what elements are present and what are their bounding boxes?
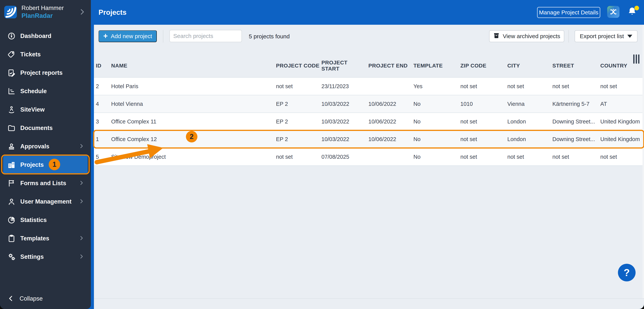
column-header-id[interactable]: ID bbox=[94, 54, 109, 77]
help-button[interactable]: ? bbox=[618, 264, 636, 282]
cell-project-start: 23/11/2023 bbox=[320, 78, 366, 95]
column-header-name[interactable]: NAME bbox=[109, 54, 274, 77]
cell-street: not set bbox=[550, 148, 598, 166]
cell-street: not set bbox=[550, 78, 598, 95]
sidebar-item-label: Approvals bbox=[20, 143, 50, 150]
column-header-template[interactable]: TEMPLATE bbox=[412, 54, 458, 77]
tag-icon bbox=[7, 50, 16, 59]
cell-zip-code: not set bbox=[458, 78, 506, 95]
sidebar-item-approvals[interactable]: Approvals bbox=[0, 137, 91, 156]
topbar: Projects Manage Project Details bbox=[91, 0, 644, 25]
projects-table: IDNAMEPROJECT CODEPROJECT STARTPROJECT E… bbox=[94, 54, 642, 166]
cell-name: Office Complex 12 bbox=[109, 130, 274, 148]
pie-icon bbox=[7, 216, 16, 224]
cell-street: Downing Street... bbox=[550, 130, 598, 148]
scrollbar-track[interactable] bbox=[642, 25, 644, 298]
search-projects-input[interactable] bbox=[170, 30, 242, 42]
cell-project-start: 10/03/2022 bbox=[320, 95, 366, 112]
account-switcher[interactable]: Robert Hammer PlanRadar bbox=[0, 0, 91, 25]
chevron-left-icon bbox=[8, 295, 14, 302]
chevron-right-icon bbox=[78, 180, 84, 186]
cell-id: 1 bbox=[94, 130, 109, 148]
table-row-hotel-paris[interactable]: 2Hotel Parisnot set23/11/2023Yesnot setn… bbox=[94, 77, 642, 95]
column-header-project-end[interactable]: PROJECT END bbox=[366, 54, 412, 77]
archive-box-icon bbox=[493, 32, 500, 40]
sidebar-item-templates[interactable]: Templates bbox=[0, 229, 91, 248]
collapse-button[interactable]: Collapse bbox=[0, 292, 91, 305]
app-window: Robert Hammer PlanRadar DashboardTickets… bbox=[0, 0, 644, 309]
cell-project-code: EP 2 bbox=[274, 113, 320, 130]
table-row-office-complex-12[interactable]: 1Office Complex 12EP 210/03/202210/06/20… bbox=[94, 130, 642, 148]
column-header-project-code[interactable]: PROJECT CODE bbox=[274, 54, 320, 77]
sidebar-item-tickets[interactable]: Tickets bbox=[0, 45, 91, 64]
cell-zip-code: not set bbox=[458, 113, 506, 130]
column-header-country[interactable]: COUNTRY bbox=[598, 54, 642, 77]
results-count: 5 projects found bbox=[249, 33, 290, 40]
gauge-icon bbox=[7, 32, 16, 40]
cell-id: 4 bbox=[94, 95, 109, 112]
notification-badge-dot bbox=[634, 6, 639, 10]
sidebar-item-label: Dashboard bbox=[20, 32, 51, 40]
search-projects-box bbox=[170, 30, 242, 42]
cell-project-end bbox=[366, 148, 412, 166]
chevron-right-icon bbox=[78, 254, 84, 260]
sidebar-menu: DashboardTicketsProject reportsScheduleS… bbox=[0, 27, 91, 266]
export-project-list-button[interactable]: Export project list bbox=[574, 30, 638, 42]
cell-city: not set bbox=[506, 78, 550, 95]
chevron-right-icon bbox=[78, 143, 84, 150]
cell-name: SiteView Demoproject bbox=[109, 148, 274, 166]
user-name: Robert Hammer bbox=[22, 4, 64, 12]
table-row-office-complex-11[interactable]: 3Office Complex 11EP 210/03/202210/06/20… bbox=[94, 112, 642, 130]
cell-project-end: 10/06/2022 bbox=[366, 130, 412, 148]
chevron-right-icon bbox=[78, 198, 84, 205]
sidebar-item-siteview[interactable]: SiteView bbox=[0, 100, 91, 119]
cell-country: AT bbox=[598, 95, 642, 112]
cell-name: Office Complex 11 bbox=[109, 113, 274, 130]
sidebar-item-label: Templates bbox=[20, 235, 49, 242]
cell-city: not set bbox=[506, 148, 550, 166]
sidebar-item-statistics[interactable]: Statistics bbox=[0, 211, 91, 229]
table-row-hotel-vienna[interactable]: 4Hotel ViennaEP 210/03/202210/06/2022No1… bbox=[94, 95, 642, 112]
sidebar-item-projects[interactable]: Projects bbox=[3, 156, 88, 174]
cell-template: No bbox=[412, 130, 458, 148]
table-header-row: IDNAMEPROJECT CODEPROJECT STARTPROJECT E… bbox=[94, 54, 642, 77]
sidebar-item-dashboard[interactable]: Dashboard bbox=[0, 27, 91, 45]
cell-name: Hotel Vienna bbox=[109, 95, 274, 112]
sidebar-item-forms-and-lists[interactable]: Forms and Lists bbox=[0, 174, 91, 192]
chevron-right-icon bbox=[78, 8, 86, 16]
sidebar-item-user-management[interactable]: User Management bbox=[0, 192, 91, 211]
cell-zip-code: not set bbox=[458, 130, 506, 148]
sidebar-item-label: Project reports bbox=[20, 70, 63, 76]
view-archived-projects-button[interactable]: View archived projects bbox=[489, 30, 564, 42]
cell-template: No bbox=[412, 113, 458, 130]
sidebar-item-project-reports[interactable]: Project reports bbox=[0, 64, 91, 82]
table-row-siteview-demoproject[interactable]: 5SiteView Demoprojectnot set07/08/2025No… bbox=[94, 148, 642, 166]
cell-project-end: 10/06/2022 bbox=[366, 95, 412, 112]
view-archived-label: View archived projects bbox=[503, 33, 560, 40]
sidebar-item-label: Settings bbox=[20, 254, 44, 260]
manage-project-details-button[interactable]: Manage Project Details bbox=[537, 7, 600, 18]
cell-city: London bbox=[506, 113, 550, 130]
toolbar-divider bbox=[163, 30, 163, 42]
content-footer-divider bbox=[94, 298, 644, 299]
cell-id: 3 bbox=[94, 113, 109, 130]
cell-street: Downing Street... bbox=[550, 113, 598, 130]
column-header-street[interactable]: STREET bbox=[550, 54, 598, 77]
cell-project-start: 10/03/2022 bbox=[320, 113, 366, 130]
cell-project-code: EP 2 bbox=[274, 95, 320, 112]
buildings-icon bbox=[7, 161, 16, 169]
notifications-bell-icon[interactable] bbox=[627, 6, 639, 18]
sidebar-item-settings[interactable]: Settings bbox=[0, 248, 91, 266]
column-header-project-start[interactable]: PROJECT START bbox=[320, 54, 366, 77]
sidebar-item-label: Forms and Lists bbox=[20, 180, 66, 187]
sidebar-item-documents[interactable]: Documents bbox=[0, 119, 91, 137]
cell-zip-code: 1010 bbox=[458, 95, 506, 112]
sidebar-item-label: Schedule bbox=[20, 88, 47, 95]
cell-city: Vienna bbox=[506, 95, 550, 112]
column-header-city[interactable]: CITY bbox=[506, 54, 550, 77]
sidebar-item-schedule[interactable]: Schedule bbox=[0, 82, 91, 100]
planradar-connect-icon[interactable] bbox=[607, 6, 620, 18]
column-header-zip-code[interactable]: ZIP CODE bbox=[458, 54, 506, 77]
add-new-project-button[interactable]: + Add new project bbox=[98, 30, 157, 42]
folder-icon bbox=[7, 124, 16, 132]
